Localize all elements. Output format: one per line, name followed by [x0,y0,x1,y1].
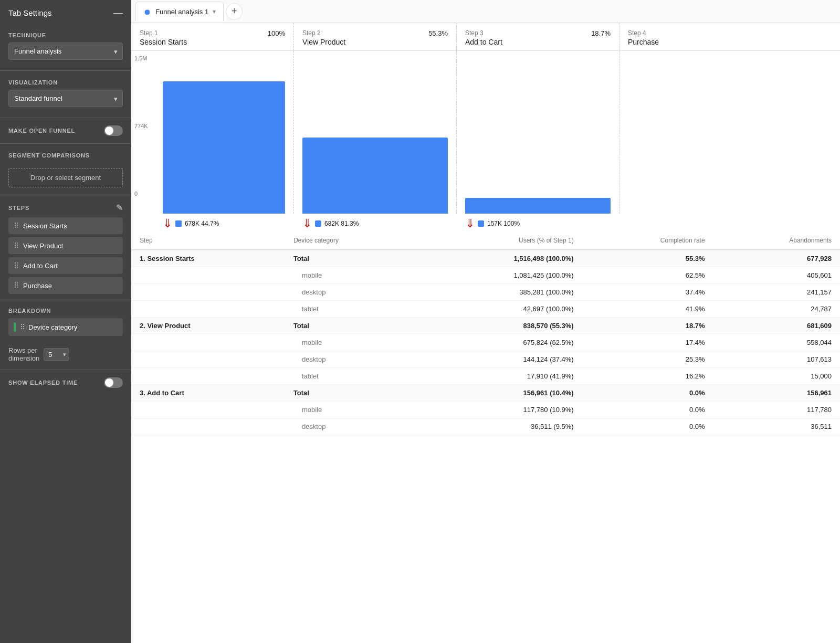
drag-handle-icon: ⠿ [14,241,19,250]
cell-users: 36,511 (9.5%) [418,418,582,435]
table-row: 2. View ProductTotal838,570 (55.3%)18.7%… [131,318,840,334]
cell-users: 675,824 (62.5%) [418,334,582,351]
step-label-purchase: Purchase [23,282,52,290]
drag-handle-icon: ⠿ [14,281,19,290]
cell-completion: 25.3% [582,351,713,368]
sidebar-title: Tab Settings [8,8,52,17]
cell-device: desktop [285,351,418,368]
breakdown-color-indicator [14,322,16,332]
cell-device: Total [285,318,418,334]
step-headers: Step 1 100% Session Starts Step 2 55.3% … [131,23,840,51]
cell-step: 1. Session Starts [131,250,285,267]
bar-2 [302,138,448,214]
cell-device: tablet [285,368,418,385]
tabs-bar: ⏺ Funnel analysis 1 ▾ + [131,0,840,23]
technique-select-wrap[interactable]: Funnel analysis Path analysis Segment ov… [8,43,123,60]
step-item-session-starts[interactable]: ⠿ Session Starts [8,217,123,234]
cell-device: mobile [285,267,418,284]
step-number-4: Step 4 [628,29,646,37]
drop-indicators: ⇓ 678K 44.7% ⇓ 682K 81.3% ⇓ 157K 100% [131,214,840,231]
drag-handle-icon: ⠿ [14,261,19,270]
step-name-3: Add to Cart [465,38,611,46]
step-name-2: View Product [302,38,448,46]
bar-col-4 [620,51,724,214]
breakdown-section: BREAKDOWN ⠿ Device category [0,302,131,343]
visualization-select[interactable]: Standard funnel Trended funnel [8,90,123,107]
table-row: 3. Add to CartTotal156,961 (10.4%)0.0%15… [131,385,840,402]
step-name-4: Purchase [628,38,716,46]
breakdown-label: BREAKDOWN [8,308,123,314]
visualization-select-wrap[interactable]: Standard funnel Trended funnel ▾ [8,90,123,107]
rows-per-dim-label: Rows perdimension [8,346,39,362]
step-header-2: Step 2 55.3% View Product [294,23,457,50]
drop-text-2: 682K 81.3% [324,220,359,227]
col-device: Device category [285,231,418,250]
edit-icon[interactable]: ✎ [116,203,123,213]
step-label-view-product: View Product [23,242,63,250]
step-pct-1: 100% [268,29,285,37]
drop-text-1: 678K 44.7% [185,220,219,227]
data-table-wrap: Step Device category Users (% of Step 1)… [131,231,840,643]
funnel-tab-icon: ⏺ [143,7,151,16]
table-row: mobile117,780 (10.9%)0.0%117,780 [131,402,840,418]
technique-select[interactable]: Funnel analysis Path analysis Segment ov… [8,43,123,60]
cell-users: 42,697 (100.0%) [418,301,582,318]
step-item-view-product[interactable]: ⠿ View Product [8,237,123,254]
drop-arrow-3: ⇓ [465,218,475,229]
breakdown-device-category[interactable]: ⠿ Device category [8,318,123,336]
drop-swatch-1 [175,220,182,227]
data-table: Step Device category Users (% of Step 1)… [131,231,840,435]
cell-abandonments: 405,601 [713,267,840,284]
step-pct-3: 18.7% [591,29,611,37]
cell-device: tablet [285,301,418,318]
cell-abandonments: 681,609 [713,318,840,334]
table-row: mobile1,081,425 (100.0%)62.5%405,601 [131,267,840,284]
col-completion: Completion rate [582,231,713,250]
drop-swatch-3 [478,220,484,227]
table-header-row: Step Device category Users (% of Step 1)… [131,231,840,250]
cell-step [131,301,285,318]
steps-header: STEPS ✎ [0,197,131,216]
rows-per-dim-select[interactable]: 3 5 10 [44,348,69,361]
segment-drop-zone[interactable]: Drop or select segment [8,168,123,187]
bar-col-2 [294,51,457,214]
cell-abandonments: 241,157 [713,284,840,301]
cell-device: desktop [285,418,418,435]
drop-col-1: ⇓ 678K 44.7% [131,218,294,229]
cell-step [131,284,285,301]
open-funnel-toggle-row: MAKE OPEN FUNNEL [0,120,131,141]
step-item-add-to-cart[interactable]: ⠿ Add to Cart [8,257,123,274]
cell-users: 117,780 (10.9%) [418,402,582,418]
cell-users: 1,516,498 (100.0%) [418,250,582,267]
step-item-purchase[interactable]: ⠿ Purchase [8,277,123,294]
cell-users: 385,281 (100.0%) [418,284,582,301]
visualization-section: Visualization Standard funnel Trended fu… [0,73,131,115]
cell-completion: 17.4% [582,334,713,351]
cell-completion: 41.9% [582,301,713,318]
drop-col-4 [620,218,724,229]
tab-funnel-analysis-1[interactable]: ⏺ Funnel analysis 1 ▾ [135,2,224,22]
open-funnel-toggle[interactable] [104,125,123,136]
drag-handle-icon: ⠿ [14,222,19,230]
table-row: tablet17,910 (41.9%)16.2%15,000 [131,368,840,385]
cell-step: 2. View Product [131,318,285,334]
rows-per-dim-section: Rows perdimension 3 5 10 ▾ [0,343,131,367]
cell-step [131,351,285,368]
tab-chevron-icon: ▾ [213,8,216,15]
cell-device: Total [285,250,418,267]
steps-label: STEPS [8,205,29,211]
cell-abandonments: 107,613 [713,351,840,368]
open-funnel-label: MAKE OPEN FUNNEL [8,128,75,134]
bar-col-3 [457,51,620,214]
sidebar-close-button[interactable]: — [113,7,123,18]
add-tab-button[interactable]: + [226,3,243,20]
step-label-add-to-cart: Add to Cart [23,262,58,270]
elapsed-time-label: SHOW ELAPSED TIME [8,380,78,386]
cell-users: 17,910 (41.9%) [418,368,582,385]
cell-abandonments: 36,511 [713,418,840,435]
drop-swatch-2 [315,220,321,227]
elapsed-time-toggle[interactable] [104,377,123,388]
step-header-3: Step 3 18.7% Add to Cart [457,23,620,50]
rows-per-dim-select-wrap[interactable]: 3 5 10 ▾ [44,348,69,361]
cell-device: Total [285,385,418,402]
